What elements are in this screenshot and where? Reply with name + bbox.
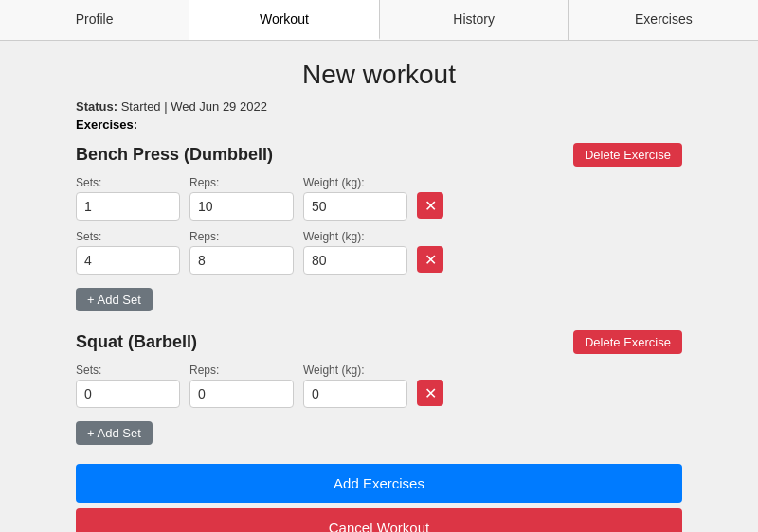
sets-input-bench-press-1[interactable] — [76, 192, 180, 221]
add-exercises-button[interactable]: Add Exercises — [76, 464, 682, 503]
exercise-name-bench-press: Bench Press (Dumbbell) — [76, 145, 273, 165]
sets-input-bench-press-2[interactable] — [76, 246, 180, 275]
weight-label-2: Weight (kg): — [303, 230, 407, 243]
main-content: New workout Status: Started | Wed Jun 29… — [47, 41, 711, 532]
set-row-bench-press-2: Sets: Reps: Weight (kg): ✕ — [76, 230, 682, 275]
delete-set-bench-press-2-button[interactable]: ✕ — [417, 246, 443, 273]
delete-set-bench-press-1-button[interactable]: ✕ — [417, 192, 443, 219]
set-row-bench-press-1: Sets: Reps: Weight (kg): ✕ — [76, 176, 682, 221]
sets-label: Sets: — [76, 176, 180, 189]
exercise-header-squat: Squat (Barbell) Delete Exercise — [76, 330, 682, 354]
weight-label-squat: Weight (kg): — [303, 364, 407, 377]
weight-field-squat-1: Weight (kg): — [303, 364, 407, 408]
delete-set-squat-1-button[interactable]: ✕ — [417, 380, 443, 406]
add-set-squat-button[interactable]: + Add Set — [76, 421, 153, 445]
reps-field-bench-press-1: Reps: — [190, 176, 294, 221]
reps-input-bench-press-1[interactable] — [190, 192, 294, 221]
exercise-block-bench-press: Bench Press (Dumbbell) Delete Exercise S… — [76, 143, 682, 311]
tab-history[interactable]: History — [380, 0, 569, 40]
tab-profile[interactable]: Profile — [0, 0, 190, 40]
weight-field-bench-press-1: Weight (kg): — [303, 176, 407, 221]
status-value: Started | Wed Jun 29 2022 — [121, 99, 267, 114]
delete-exercise-squat-button[interactable]: Delete Exercise — [573, 330, 682, 354]
reps-input-squat-1[interactable] — [190, 380, 294, 408]
exercise-name-squat: Squat (Barbell) — [76, 332, 197, 352]
weight-input-bench-press-2[interactable] — [303, 246, 407, 275]
reps-label: Reps: — [190, 176, 294, 189]
reps-field-bench-press-2: Reps: — [190, 230, 294, 275]
reps-input-bench-press-2[interactable] — [190, 246, 294, 275]
status-label: Status: — [76, 99, 117, 114]
exercises-label: Exercises: — [76, 117, 682, 132]
exercise-header-bench-press: Bench Press (Dumbbell) Delete Exercise — [76, 143, 682, 167]
page-title: New workout — [76, 60, 682, 90]
delete-exercise-bench-press-button[interactable]: Delete Exercise — [573, 143, 682, 167]
action-buttons: Add Exercises Cancel Workout Save Workou… — [76, 464, 682, 532]
navigation: Profile Workout History Exercises — [0, 0, 758, 41]
reps-label-2: Reps: — [190, 230, 294, 243]
sets-field-bench-press-2: Sets: — [76, 230, 180, 275]
status-line: Status: Started | Wed Jun 29 2022 — [76, 99, 682, 114]
sets-label-squat: Sets: — [76, 364, 180, 377]
sets-field-bench-press-1: Sets: — [76, 176, 180, 221]
sets-field-squat-1: Sets: — [76, 364, 180, 408]
weight-field-bench-press-2: Weight (kg): — [303, 230, 407, 275]
tab-workout[interactable]: Workout — [190, 0, 379, 40]
cancel-workout-button[interactable]: Cancel Workout — [76, 508, 682, 532]
weight-input-bench-press-1[interactable] — [303, 192, 407, 221]
exercise-block-squat: Squat (Barbell) Delete Exercise Sets: Re… — [76, 330, 682, 445]
sets-label-2: Sets: — [76, 230, 180, 243]
reps-field-squat-1: Reps: — [190, 364, 294, 408]
weight-input-squat-1[interactable] — [303, 380, 407, 408]
sets-input-squat-1[interactable] — [76, 380, 180, 408]
set-row-squat-1: Sets: Reps: Weight (kg): ✕ — [76, 364, 682, 408]
add-set-bench-press-button[interactable]: + Add Set — [76, 288, 153, 311]
reps-label-squat: Reps: — [190, 364, 294, 377]
weight-label: Weight (kg): — [303, 176, 407, 189]
tab-exercises[interactable]: Exercises — [569, 0, 758, 40]
